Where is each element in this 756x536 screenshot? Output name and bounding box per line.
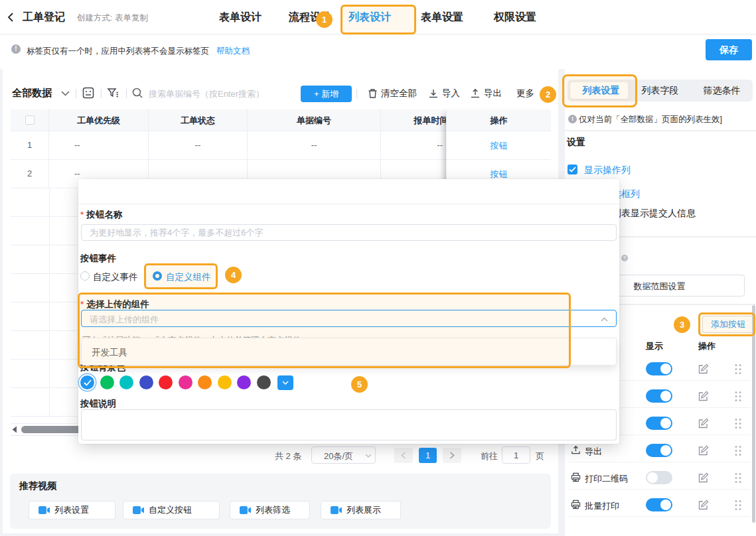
video-icon <box>38 506 50 514</box>
back-icon[interactable] <box>5 11 17 23</box>
row-button-link[interactable]: 按钮 <box>491 169 508 179</box>
import-icon <box>428 88 439 99</box>
tab-list-design[interactable]: 列表设计 <box>348 0 391 34</box>
cell-code: -- <box>248 131 381 159</box>
checkbox-label-show-action-column[interactable]: 显示操作列 <box>584 165 631 176</box>
tab-form-settings[interactable]: 表单设置 <box>421 0 463 34</box>
hscroll-left-arrow[interactable] <box>11 426 18 433</box>
color-swatch[interactable] <box>179 375 192 389</box>
edit-icon[interactable] <box>698 445 709 456</box>
radio-custom-event[interactable] <box>80 271 90 281</box>
save-button[interactable]: 保存 <box>706 39 752 60</box>
toolbar-separator <box>356 89 357 98</box>
printer-icon <box>571 472 581 483</box>
color-swatch[interactable] <box>218 375 232 389</box>
chevron-down-icon <box>365 454 372 458</box>
clear-all-label: 清空全部 <box>381 88 417 100</box>
panel-tab-list-fields[interactable]: 列表字段 <box>629 80 691 101</box>
clear-all-button[interactable]: 清空全部 <box>368 88 417 99</box>
column-header-action[interactable]: 操作 <box>447 109 551 131</box>
button-row-label: 打印二维码 <box>585 473 628 485</box>
tab-form-design[interactable]: 表单设计 <box>219 0 262 34</box>
page-size-select[interactable]: 20条/页 <box>311 446 376 464</box>
panel-tab-list-settings[interactable]: 列表设置 <box>570 80 632 101</box>
video-chip-label: 列表筛选 <box>256 504 290 516</box>
toggle-switch[interactable] <box>646 498 672 511</box>
column-header-priority[interactable]: 工单优先级 <box>49 109 149 131</box>
color-swatch[interactable] <box>237 375 251 389</box>
drag-handle-icon[interactable] <box>734 364 742 375</box>
color-swatch-selected[interactable] <box>80 375 94 389</box>
drag-handle-icon[interactable] <box>734 500 742 511</box>
drag-handle-icon[interactable] <box>734 472 742 484</box>
help-question-icon[interactable]: ? <box>621 255 628 261</box>
vscroll-thumb[interactable] <box>752 305 755 523</box>
scan-code-icon[interactable] <box>82 86 95 100</box>
toolbar-separator <box>76 89 76 98</box>
toggle-switch[interactable] <box>646 417 672 430</box>
drag-handle-icon[interactable] <box>734 391 742 402</box>
checkbox-show-action-column[interactable] <box>567 165 577 174</box>
toggle-knob <box>660 445 671 456</box>
toggle-switch[interactable] <box>646 444 672 457</box>
prev-page-button[interactable] <box>394 448 413 463</box>
more-button[interactable]: 更多 <box>516 88 534 99</box>
component-select[interactable]: 请选择上传的组件 <box>81 310 617 327</box>
edit-icon[interactable] <box>698 364 709 375</box>
color-swatch[interactable] <box>100 375 114 389</box>
edit-icon[interactable] <box>698 391 709 402</box>
button-description-label: 按钮说明 <box>80 398 116 410</box>
edit-icon[interactable] <box>698 472 709 484</box>
select-all-checkbox-cell[interactable] <box>11 109 49 131</box>
color-swatch[interactable] <box>159 375 173 389</box>
search-icon[interactable] <box>131 87 143 99</box>
add-action-button[interactable]: 添加按钮 <box>702 316 754 333</box>
select-all-checkbox[interactable] <box>25 115 35 125</box>
drag-handle-icon[interactable] <box>734 418 742 429</box>
button-name-input[interactable] <box>81 224 617 241</box>
toggle-switch[interactable] <box>646 389 672 403</box>
video-chip-list-display[interactable]: 列表展示 <box>321 501 401 519</box>
color-swatch[interactable] <box>257 375 271 389</box>
export-button[interactable]: 导出 <box>470 88 502 99</box>
video-chip-label: 列表设置 <box>54 504 89 516</box>
drag-handle-icon[interactable] <box>734 445 742 456</box>
cell-priority: -- <box>49 131 149 159</box>
color-swatch[interactable] <box>139 375 153 389</box>
panel-tab-filter-conditions[interactable]: 筛选条件 <box>691 80 753 101</box>
toggle-switch[interactable] <box>646 471 672 484</box>
color-picker-more-button[interactable] <box>277 375 293 390</box>
dropdown-option-dev-tools[interactable]: 开发工具 <box>92 347 127 359</box>
toggle-switch[interactable] <box>646 362 672 375</box>
column-header-status[interactable]: 工单状态 <box>149 109 248 131</box>
filter-funnel-icon[interactable] <box>106 86 119 100</box>
next-page-button[interactable] <box>443 448 461 463</box>
column-header-code[interactable]: 单据编号 <box>248 109 381 131</box>
edit-icon[interactable] <box>698 500 709 511</box>
radio-label-custom-event[interactable]: 自定义事件 <box>93 271 138 283</box>
annotation-badge-1: 1 <box>316 11 333 28</box>
chevron-down-icon[interactable] <box>61 91 70 96</box>
page-number-current[interactable]: 1 <box>419 448 437 463</box>
radio-custom-component[interactable] <box>153 271 162 281</box>
add-record-button[interactable]: + 新增 <box>301 86 352 102</box>
color-swatch[interactable] <box>119 375 133 389</box>
radio-label-custom-component[interactable]: 自定义组件 <box>166 271 211 283</box>
annotation-badge-2: 2 <box>540 86 556 103</box>
goto-page-input[interactable] <box>502 446 530 464</box>
export-icon <box>571 445 581 456</box>
help-doc-link[interactable]: 帮助文档 <box>216 46 250 57</box>
tab-permission-settings[interactable]: 权限设置 <box>494 0 536 34</box>
color-swatch[interactable] <box>198 375 212 389</box>
video-chip-list-settings[interactable]: 列表设置 <box>29 501 115 519</box>
search-input[interactable]: 搜索单据编号（按Enter搜索） <box>149 88 264 100</box>
action-cell: 按钮 <box>447 131 551 160</box>
row-button-link[interactable]: 按钮 <box>491 141 508 151</box>
video-chip-list-filter[interactable]: 列表筛选 <box>230 501 310 519</box>
video-chip-custom-button[interactable]: 自定义按钮 <box>123 501 220 519</box>
edit-icon[interactable] <box>698 418 709 429</box>
button-description-textarea[interactable] <box>81 409 617 440</box>
data-view-selector[interactable]: 全部数据 <box>12 87 52 100</box>
import-button[interactable]: 导入 <box>428 88 460 99</box>
page-title: 工单登记 <box>23 11 65 25</box>
